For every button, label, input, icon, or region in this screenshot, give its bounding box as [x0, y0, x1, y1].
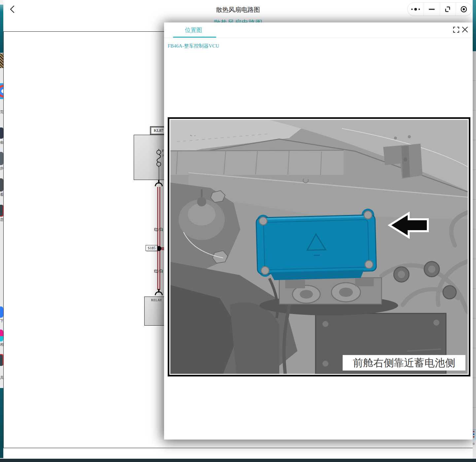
close-record-icon — [460, 6, 467, 13]
miniprogram-capsule — [407, 2, 472, 16]
tab-location-map[interactable]: 位置图 — [185, 26, 202, 34]
location-modal: 位置图 FB46A-整车控制器VCU — [164, 22, 473, 440]
wire-segment — [159, 167, 159, 180]
taskbar-edge — [0, 459, 476, 462]
divider — [164, 38, 473, 38]
desktop-icon-label: 下 — [0, 318, 3, 323]
connector-symbol-icon — [154, 289, 163, 296]
restore-window-button[interactable] — [440, 3, 456, 16]
titlebar: 散热风扇电路图 — [3, 0, 473, 18]
more-dots-icon — [410, 7, 421, 11]
restore-window-icon — [444, 6, 451, 13]
wire-red-white — [157, 187, 160, 290]
desktop-icon-fragment — [0, 354, 3, 366]
app-window: 散热风扇电路图 — [3, 0, 473, 459]
desktop-icon-label: 俞 — [0, 140, 3, 145]
page-title: 散热风扇电路图 — [3, 6, 473, 14]
more-menu-button[interactable] — [408, 3, 424, 16]
desktop-icon-fragment — [0, 83, 3, 99]
desktop-wallpaper-fragment — [473, 0, 476, 51]
window-list-fragment — [473, 51, 476, 431]
desktop-icon-label: 相 — [0, 342, 3, 347]
close-button[interactable] — [461, 26, 468, 33]
fullscreen-corners-icon — [453, 26, 459, 33]
caption-box: 前舱右侧靠近蓄电池侧 — [343, 355, 465, 371]
desktop-icon-fragment — [0, 53, 3, 68]
caption-text: 前舱右侧靠近蓄电池侧 — [353, 357, 455, 369]
desktop-icon-fragment — [0, 152, 3, 165]
desktop-icon-label: 页 — [0, 110, 3, 115]
minimize-button[interactable] — [424, 3, 440, 16]
location-image-frame: 前舱右侧靠近蓄电池侧 — [168, 117, 470, 376]
desktop-icon-fragment — [0, 178, 3, 192]
desktop-icon-label: 具 — [0, 375, 3, 380]
desktop-wallpaper-fragment — [0, 388, 3, 458]
close-x-icon — [461, 26, 468, 33]
desktop-icon-label: 看 — [0, 192, 3, 197]
close-record-button[interactable] — [456, 3, 472, 16]
minimize-icon — [428, 8, 435, 10]
desktop-left-sliver: 页 俞 步 看 息 下 相 具 — [0, 0, 3, 462]
component-link-vcu[interactable]: FB46A-整车控制器VCU — [168, 43, 219, 49]
screen: 页 俞 步 看 息 下 相 具 o 散 — [0, 0, 476, 462]
desktop-right-sliver: o — [473, 0, 476, 462]
desktop-icon-fragment — [0, 127, 3, 139]
wire-color-label: 红/白 — [143, 268, 163, 274]
wire-color-label: 红/白 — [143, 227, 163, 232]
diagram-heading-clipped: 散热风扇电路图 — [3, 18, 473, 22]
desktop-wallpaper-fragment — [0, 0, 3, 53]
engine-bay-location-image: 前舱右侧靠近蓄电池侧 — [170, 120, 468, 374]
vcu-module-highlight — [256, 208, 376, 280]
desktop-icon-label: 息 — [0, 217, 3, 222]
fullscreen-button[interactable] — [453, 26, 459, 33]
desktop-icon-fragment — [0, 330, 3, 341]
desktop-icon-fragment — [0, 205, 3, 217]
text-fragment: o — [473, 442, 476, 445]
splice-label-s185: S185 — [146, 245, 157, 251]
taskbar-icon-fragment — [473, 429, 476, 440]
desktop-icon-fragment — [0, 306, 3, 318]
desktop-icon-label: 步 — [0, 166, 3, 171]
connector-symbol-icon — [154, 180, 163, 187]
